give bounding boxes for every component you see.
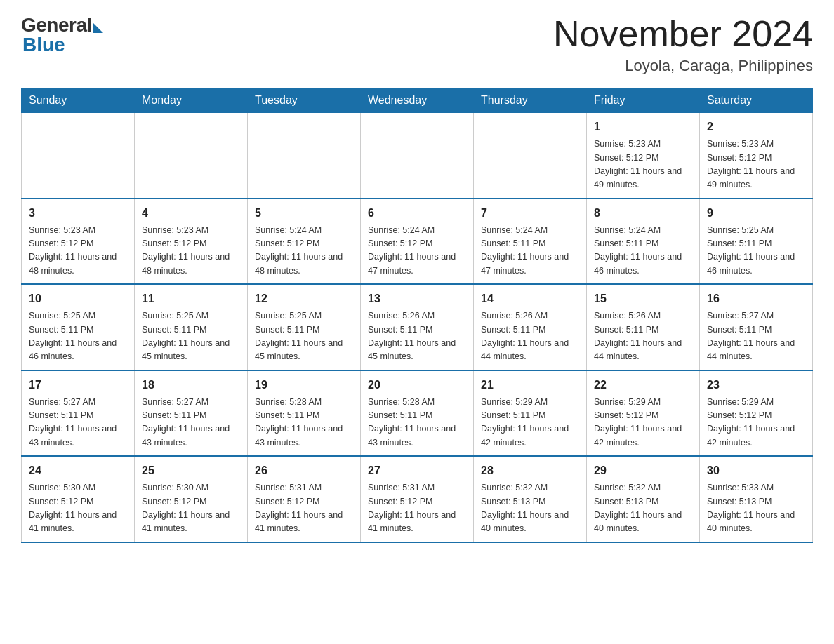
header-day-sunday: Sunday <box>22 88 135 113</box>
day-info: Sunrise: 5:33 AMSunset: 5:13 PMDaylight:… <box>707 481 805 536</box>
day-info: Sunrise: 5:29 AMSunset: 5:11 PMDaylight:… <box>481 396 579 450</box>
location-title: Loyola, Caraga, Philippines <box>553 57 813 75</box>
calendar-cell: 14Sunrise: 5:26 AMSunset: 5:11 PMDayligh… <box>474 284 587 370</box>
day-number: 19 <box>255 377 353 394</box>
calendar-cell: 8Sunrise: 5:24 AMSunset: 5:11 PMDaylight… <box>587 199 700 285</box>
calendar-cell: 25Sunrise: 5:30 AMSunset: 5:12 PMDayligh… <box>135 456 248 542</box>
day-number: 14 <box>481 290 579 307</box>
day-number: 5 <box>255 205 353 222</box>
calendar-header-row: SundayMondayTuesdayWednesdayThursdayFrid… <box>22 88 813 113</box>
day-number: 2 <box>707 119 805 135</box>
calendar-cell: 13Sunrise: 5:26 AMSunset: 5:11 PMDayligh… <box>361 284 474 370</box>
day-info: Sunrise: 5:24 AMSunset: 5:11 PMDaylight:… <box>481 224 579 279</box>
day-number: 28 <box>481 462 579 479</box>
header-day-saturday: Saturday <box>700 88 813 113</box>
day-number: 9 <box>707 205 805 222</box>
day-info: Sunrise: 5:29 AMSunset: 5:12 PMDaylight:… <box>594 396 692 450</box>
day-number: 12 <box>255 290 353 307</box>
month-title: November 2024 <box>553 14 813 54</box>
calendar-cell: 6Sunrise: 5:24 AMSunset: 5:12 PMDaylight… <box>361 199 474 285</box>
calendar-cell: 17Sunrise: 5:27 AMSunset: 5:11 PMDayligh… <box>22 370 135 457</box>
page-header: General Blue November 2024 Loyola, Carag… <box>21 14 813 75</box>
header-day-tuesday: Tuesday <box>248 88 361 113</box>
calendar-cell: 3Sunrise: 5:23 AMSunset: 5:12 PMDaylight… <box>22 199 135 285</box>
calendar-cell: 2Sunrise: 5:23 AMSunset: 5:12 PMDaylight… <box>700 113 813 199</box>
day-info: Sunrise: 5:26 AMSunset: 5:11 PMDaylight:… <box>368 309 466 364</box>
calendar-cell: 28Sunrise: 5:32 AMSunset: 5:13 PMDayligh… <box>474 456 587 542</box>
day-info: Sunrise: 5:29 AMSunset: 5:12 PMDaylight:… <box>707 396 805 450</box>
calendar-cell: 20Sunrise: 5:28 AMSunset: 5:11 PMDayligh… <box>361 370 474 457</box>
calendar-cell: 10Sunrise: 5:25 AMSunset: 5:11 PMDayligh… <box>22 284 135 370</box>
day-number: 30 <box>707 462 805 479</box>
calendar-cell: 16Sunrise: 5:27 AMSunset: 5:11 PMDayligh… <box>700 284 813 370</box>
day-number: 21 <box>481 377 579 394</box>
day-number: 6 <box>368 205 466 222</box>
calendar-cell <box>474 113 587 199</box>
calendar-cell: 12Sunrise: 5:25 AMSunset: 5:11 PMDayligh… <box>248 284 361 370</box>
day-number: 17 <box>29 377 127 394</box>
day-number: 11 <box>142 290 240 307</box>
calendar-cell: 7Sunrise: 5:24 AMSunset: 5:11 PMDaylight… <box>474 199 587 285</box>
calendar-cell: 29Sunrise: 5:32 AMSunset: 5:13 PMDayligh… <box>587 456 700 542</box>
day-info: Sunrise: 5:27 AMSunset: 5:11 PMDaylight:… <box>142 396 240 450</box>
header-day-wednesday: Wednesday <box>361 88 474 113</box>
day-number: 8 <box>594 205 692 222</box>
day-info: Sunrise: 5:31 AMSunset: 5:12 PMDaylight:… <box>368 481 466 536</box>
calendar-cell: 27Sunrise: 5:31 AMSunset: 5:12 PMDayligh… <box>361 456 474 542</box>
day-info: Sunrise: 5:30 AMSunset: 5:12 PMDaylight:… <box>29 481 127 536</box>
day-number: 29 <box>594 462 692 479</box>
calendar-cell: 15Sunrise: 5:26 AMSunset: 5:11 PMDayligh… <box>587 284 700 370</box>
calendar-week-row: 24Sunrise: 5:30 AMSunset: 5:12 PMDayligh… <box>22 456 813 542</box>
calendar-cell: 1Sunrise: 5:23 AMSunset: 5:12 PMDaylight… <box>587 113 700 199</box>
day-number: 15 <box>594 290 692 307</box>
day-info: Sunrise: 5:27 AMSunset: 5:11 PMDaylight:… <box>707 309 805 364</box>
day-number: 23 <box>707 377 805 394</box>
calendar-cell: 26Sunrise: 5:31 AMSunset: 5:12 PMDayligh… <box>248 456 361 542</box>
day-info: Sunrise: 5:25 AMSunset: 5:11 PMDaylight:… <box>29 309 127 364</box>
day-info: Sunrise: 5:25 AMSunset: 5:11 PMDaylight:… <box>255 309 353 364</box>
day-number: 1 <box>594 119 692 135</box>
day-info: Sunrise: 5:28 AMSunset: 5:11 PMDaylight:… <box>368 396 466 450</box>
calendar-cell: 11Sunrise: 5:25 AMSunset: 5:11 PMDayligh… <box>135 284 248 370</box>
calendar-week-row: 1Sunrise: 5:23 AMSunset: 5:12 PMDaylight… <box>22 113 813 199</box>
calendar-cell <box>248 113 361 199</box>
calendar-week-row: 3Sunrise: 5:23 AMSunset: 5:12 PMDaylight… <box>22 199 813 285</box>
day-info: Sunrise: 5:25 AMSunset: 5:11 PMDaylight:… <box>142 309 240 364</box>
logo: General Blue <box>21 14 103 56</box>
day-info: Sunrise: 5:23 AMSunset: 5:12 PMDaylight:… <box>29 224 127 279</box>
logo-blue-text: Blue <box>22 34 65 56</box>
day-info: Sunrise: 5:28 AMSunset: 5:11 PMDaylight:… <box>255 396 353 450</box>
day-number: 27 <box>368 462 466 479</box>
day-info: Sunrise: 5:26 AMSunset: 5:11 PMDaylight:… <box>594 309 692 364</box>
header-day-monday: Monday <box>135 88 248 113</box>
calendar-cell: 4Sunrise: 5:23 AMSunset: 5:12 PMDaylight… <box>135 199 248 285</box>
day-info: Sunrise: 5:32 AMSunset: 5:13 PMDaylight:… <box>594 481 692 536</box>
calendar-cell: 21Sunrise: 5:29 AMSunset: 5:11 PMDayligh… <box>474 370 587 457</box>
day-number: 3 <box>29 205 127 222</box>
day-number: 13 <box>368 290 466 307</box>
logo-triangle-icon <box>93 23 103 33</box>
day-number: 22 <box>594 377 692 394</box>
calendar-cell <box>135 113 248 199</box>
calendar-cell: 18Sunrise: 5:27 AMSunset: 5:11 PMDayligh… <box>135 370 248 457</box>
day-number: 10 <box>29 290 127 307</box>
calendar-cell: 5Sunrise: 5:24 AMSunset: 5:12 PMDaylight… <box>248 199 361 285</box>
calendar-cell: 30Sunrise: 5:33 AMSunset: 5:13 PMDayligh… <box>700 456 813 542</box>
calendar-cell: 9Sunrise: 5:25 AMSunset: 5:11 PMDaylight… <box>700 199 813 285</box>
day-info: Sunrise: 5:27 AMSunset: 5:11 PMDaylight:… <box>29 396 127 450</box>
day-info: Sunrise: 5:26 AMSunset: 5:11 PMDaylight:… <box>481 309 579 364</box>
day-info: Sunrise: 5:24 AMSunset: 5:12 PMDaylight:… <box>368 224 466 279</box>
day-info: Sunrise: 5:23 AMSunset: 5:12 PMDaylight:… <box>707 137 805 192</box>
day-info: Sunrise: 5:24 AMSunset: 5:12 PMDaylight:… <box>255 224 353 279</box>
calendar-cell: 23Sunrise: 5:29 AMSunset: 5:12 PMDayligh… <box>700 370 813 457</box>
day-number: 18 <box>142 377 240 394</box>
day-info: Sunrise: 5:23 AMSunset: 5:12 PMDaylight:… <box>594 137 692 192</box>
day-info: Sunrise: 5:25 AMSunset: 5:11 PMDaylight:… <box>707 224 805 279</box>
day-number: 25 <box>142 462 240 479</box>
calendar-cell: 22Sunrise: 5:29 AMSunset: 5:12 PMDayligh… <box>587 370 700 457</box>
day-number: 16 <box>707 290 805 307</box>
day-info: Sunrise: 5:23 AMSunset: 5:12 PMDaylight:… <box>142 224 240 279</box>
calendar-table: SundayMondayTuesdayWednesdayThursdayFrid… <box>21 88 813 543</box>
day-number: 26 <box>255 462 353 479</box>
day-number: 7 <box>481 205 579 222</box>
